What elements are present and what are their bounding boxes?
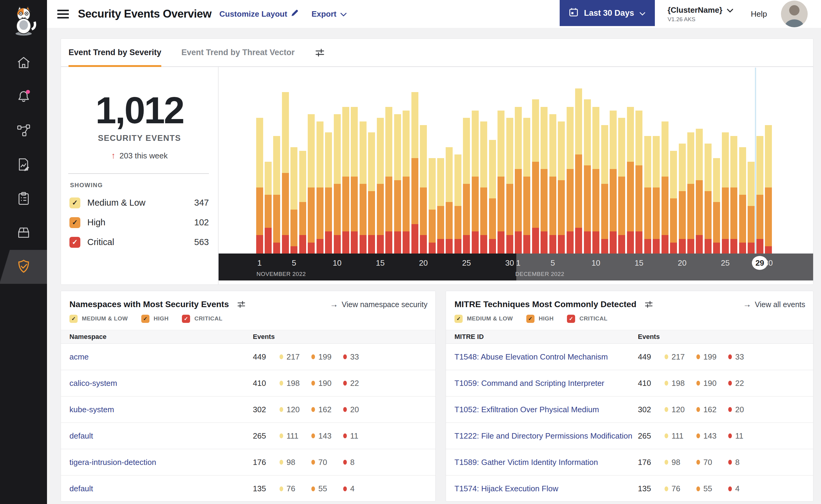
sidebar-item-topology[interactable] [0,114,47,148]
chart-bar[interactable] [662,121,669,254]
chart-bar[interactable] [532,99,539,254]
chart-bar[interactable] [420,125,427,254]
chart-bar[interactable] [644,136,651,254]
chart-filter-icon[interactable] [315,48,325,58]
chart-bar[interactable] [273,136,280,254]
critical-checkbox[interactable]: ✓ [567,315,575,323]
chart-bar[interactable] [739,147,746,254]
chart-bar[interactable] [567,107,573,254]
chart-bar[interactable] [472,111,479,254]
chart-bar[interactable] [282,92,289,254]
help-link[interactable]: Help [751,9,767,19]
medium-checkbox[interactable]: ✓ [69,197,80,208]
severity-filter-critical[interactable]: ✓CRITICAL [567,315,607,323]
chart-bar[interactable] [627,107,634,254]
row-link[interactable]: T1574: Hijack Execution Flow [454,484,638,493]
severity-filter-critical[interactable]: ✓CRITICAL [182,315,223,323]
namespaces-filter-icon[interactable] [237,300,246,309]
chart-bar[interactable] [558,121,565,254]
chart-bar[interactable] [403,111,410,254]
chart-bar[interactable] [687,132,694,254]
chart-bar[interactable] [592,107,599,254]
high-checkbox[interactable]: ✓ [141,315,149,323]
sidebar-item-notifications[interactable] [0,80,47,114]
severity-toggle-medium[interactable]: ✓Medium & Low347 [69,193,209,213]
chart-bar[interactable] [291,147,298,254]
row-link[interactable]: T1059: Command and Scripting Interpreter [454,379,638,388]
chart-bar[interactable] [696,129,703,254]
chart-bar[interactable] [506,118,513,254]
severity-toggle-critical[interactable]: ✓Critical563 [69,232,209,252]
date-range-button[interactable]: Last 30 Days [560,0,655,26]
chart-bar[interactable] [670,151,677,254]
chart-bar[interactable] [437,158,444,254]
chart-bar[interactable] [730,136,737,254]
row-link[interactable]: calico-system [69,379,253,388]
cluster-selector[interactable]: {ClusterName} V1.26 AKS [668,5,733,23]
chart-bar[interactable] [636,111,643,254]
chart-bar[interactable] [446,147,453,254]
sidebar-item-package[interactable] [0,216,47,250]
chart-bar[interactable] [463,118,470,254]
chart-bar[interactable] [705,144,712,254]
chart-bar[interactable] [601,125,608,254]
user-avatar[interactable] [781,1,808,27]
row-link[interactable]: acme [69,352,253,362]
row-link[interactable]: tigera-intrusion-detection [69,458,253,467]
chart-bar[interactable] [377,118,384,254]
severity-filter-high[interactable]: ✓HIGH [526,315,554,323]
chart-bar[interactable] [256,118,263,254]
sidebar-item-security[interactable] [0,250,47,284]
chart-bar[interactable] [394,114,401,254]
view-namespace-security-link[interactable]: → View namespace security [330,300,427,309]
chart-bar[interactable] [765,125,772,254]
medium-checkbox[interactable]: ✓ [454,315,463,323]
sidebar-item-report[interactable] [0,148,47,182]
row-link[interactable]: kube-system [69,405,253,414]
sidebar-item-home[interactable] [0,46,47,80]
chart-bar[interactable] [325,132,332,254]
chart-bar[interactable] [515,107,522,254]
chart-bar[interactable] [317,121,324,254]
chart-bar[interactable] [411,92,418,254]
row-link[interactable]: T1548: Abuse Elevation Control Mechanism [454,352,638,362]
row-link[interactable]: default [69,484,253,493]
severity-filter-high[interactable]: ✓HIGH [141,315,169,323]
chart-bar[interactable] [342,107,349,254]
high-checkbox[interactable]: ✓ [69,217,80,228]
chart-bar[interactable] [713,158,720,254]
chart-bar[interactable] [549,114,556,254]
chart-bar[interactable] [308,114,315,254]
chart-bar[interactable] [748,162,755,254]
calico-cat-logo[interactable] [0,0,47,38]
high-checkbox[interactable]: ✓ [526,315,534,323]
medium-checkbox[interactable]: ✓ [69,315,78,323]
customize-layout-link[interactable]: Customize Layout [219,9,299,19]
chart-bar[interactable] [489,140,496,254]
chart-bar[interactable] [351,107,358,254]
chart-bar[interactable] [454,154,461,254]
row-link[interactable]: T1222: File and Directory Permissions Mo… [454,431,638,441]
chart-bar[interactable] [334,114,341,254]
chart-bar[interactable] [385,107,392,254]
sidebar-item-clipboard[interactable] [0,182,47,216]
critical-checkbox[interactable]: ✓ [69,237,80,248]
chart-bar[interactable] [368,132,375,254]
export-button[interactable]: Export [311,9,347,19]
chart-bar[interactable] [722,132,729,254]
chart-bar[interactable] [480,121,487,254]
chart-bar[interactable] [429,158,436,254]
row-link[interactable]: T1052: Exfiltration Over Physical Medium [454,405,638,414]
chart-bar[interactable] [523,118,530,254]
chart-bar[interactable] [610,111,617,254]
mitre-filter-icon[interactable] [644,300,653,309]
critical-checkbox[interactable]: ✓ [182,315,190,323]
chart-bar[interactable] [618,118,625,254]
tab-event-trend-by-threat-vector[interactable]: Event Trend by Threat Vector [181,39,295,66]
tab-event-trend-by-severity[interactable]: Event Trend by Severity [68,39,161,66]
chart-bar[interactable] [584,99,591,254]
chart-bar[interactable] [679,144,686,254]
severity-filter-medium[interactable]: ✓MEDIUM & LOW [69,315,128,323]
row-link[interactable]: default [69,431,253,441]
row-link[interactable]: T1589: Gather Victim Identity Informatio… [454,458,638,467]
